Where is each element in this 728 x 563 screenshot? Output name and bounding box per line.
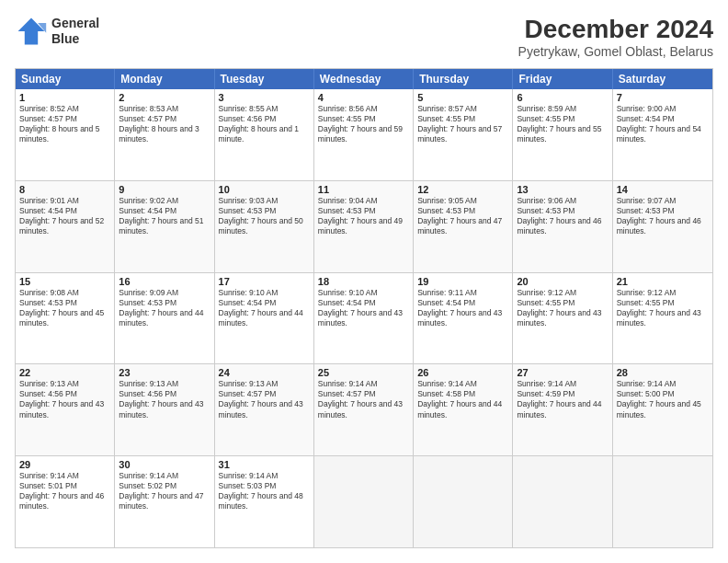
calendar-cell: 15Sunrise: 9:08 AM Sunset: 4:53 PM Dayli…: [16, 273, 115, 364]
day-number: 19: [417, 276, 508, 287]
calendar-cell: 7Sunrise: 9:00 AM Sunset: 4:54 PM Daylig…: [613, 89, 712, 180]
day-number: 29: [19, 459, 110, 470]
day-number: 31: [219, 459, 310, 470]
day-number: 15: [19, 276, 110, 287]
cell-details: Sunrise: 9:05 AM Sunset: 4:53 PM Dayligh…: [417, 196, 508, 236]
cell-details: Sunrise: 9:00 AM Sunset: 4:54 PM Dayligh…: [617, 104, 709, 144]
day-number: 13: [517, 184, 608, 195]
logo-icon: [15, 15, 48, 48]
calendar-cell: 21Sunrise: 9:12 AM Sunset: 4:55 PM Dayli…: [613, 273, 712, 364]
calendar-cell: 22Sunrise: 9:13 AM Sunset: 4:56 PM Dayli…: [16, 364, 115, 455]
day-number: 5: [417, 92, 508, 103]
day-number: 27: [517, 367, 608, 378]
cell-details: Sunrise: 9:01 AM Sunset: 4:54 PM Dayligh…: [19, 196, 110, 236]
calendar-week: 29Sunrise: 9:14 AM Sunset: 5:01 PM Dayli…: [16, 456, 712, 547]
cell-details: Sunrise: 9:14 AM Sunset: 5:03 PM Dayligh…: [219, 471, 310, 511]
day-number: 17: [219, 276, 310, 287]
calendar-cell: 12Sunrise: 9:05 AM Sunset: 4:53 PM Dayli…: [414, 181, 513, 272]
calendar-cell: 20Sunrise: 9:12 AM Sunset: 4:55 PM Dayli…: [513, 273, 612, 364]
day-number: 14: [617, 184, 709, 195]
calendar-cell: 18Sunrise: 9:10 AM Sunset: 4:54 PM Dayli…: [314, 273, 414, 364]
calendar-cell: [513, 456, 612, 547]
calendar-cell: 3Sunrise: 8:55 AM Sunset: 4:56 PM Daylig…: [215, 89, 314, 180]
calendar-cell: 2Sunrise: 8:53 AM Sunset: 4:57 PM Daylig…: [115, 89, 214, 180]
cell-details: Sunrise: 8:53 AM Sunset: 4:57 PM Dayligh…: [119, 104, 210, 144]
calendar-cell: 8Sunrise: 9:01 AM Sunset: 4:54 PM Daylig…: [16, 181, 115, 272]
main-title: December 2024: [518, 15, 713, 44]
cell-details: Sunrise: 9:11 AM Sunset: 4:54 PM Dayligh…: [417, 288, 508, 328]
calendar-cell: [314, 456, 414, 547]
cell-details: Sunrise: 9:12 AM Sunset: 4:55 PM Dayligh…: [617, 288, 709, 328]
calendar-cell: 19Sunrise: 9:11 AM Sunset: 4:54 PM Dayli…: [414, 273, 513, 364]
calendar-cell: 5Sunrise: 8:57 AM Sunset: 4:55 PM Daylig…: [414, 89, 513, 180]
calendar-cell: 24Sunrise: 9:13 AM Sunset: 4:57 PM Dayli…: [215, 364, 314, 455]
page: General Blue December 2024 Pyetrykaw, Go…: [0, 0, 728, 563]
cell-details: Sunrise: 9:10 AM Sunset: 4:54 PM Dayligh…: [219, 288, 310, 328]
cell-details: Sunrise: 9:14 AM Sunset: 4:59 PM Dayligh…: [517, 379, 608, 419]
calendar-cell: [613, 456, 712, 547]
day-number: 21: [617, 276, 709, 287]
cell-details: Sunrise: 9:03 AM Sunset: 4:53 PM Dayligh…: [219, 196, 310, 236]
calendar-cell: 6Sunrise: 8:59 AM Sunset: 4:55 PM Daylig…: [513, 89, 612, 180]
calendar-cell: 26Sunrise: 9:14 AM Sunset: 4:58 PM Dayli…: [414, 364, 513, 455]
day-number: 20: [517, 276, 608, 287]
calendar: SundayMondayTuesdayWednesdayThursdayFrid…: [15, 68, 713, 548]
day-number: 18: [318, 276, 409, 287]
day-number: 16: [119, 276, 210, 287]
cell-details: Sunrise: 9:12 AM Sunset: 4:55 PM Dayligh…: [517, 288, 608, 328]
cell-details: Sunrise: 9:02 AM Sunset: 4:54 PM Dayligh…: [119, 196, 210, 236]
calendar-cell: 25Sunrise: 9:14 AM Sunset: 4:57 PM Dayli…: [314, 364, 414, 455]
calendar-week: 1Sunrise: 8:52 AM Sunset: 4:57 PM Daylig…: [16, 89, 712, 181]
calendar-cell: 14Sunrise: 9:07 AM Sunset: 4:53 PM Dayli…: [613, 181, 712, 272]
calendar-header-day: Thursday: [414, 69, 513, 89]
cell-details: Sunrise: 8:55 AM Sunset: 4:56 PM Dayligh…: [219, 104, 310, 144]
calendar-cell: 31Sunrise: 9:14 AM Sunset: 5:03 PM Dayli…: [215, 456, 314, 547]
calendar-cell: 29Sunrise: 9:14 AM Sunset: 5:01 PM Dayli…: [16, 456, 115, 547]
cell-details: Sunrise: 8:56 AM Sunset: 4:55 PM Dayligh…: [318, 104, 409, 144]
cell-details: Sunrise: 9:13 AM Sunset: 4:57 PM Dayligh…: [219, 379, 310, 419]
cell-details: Sunrise: 9:14 AM Sunset: 5:02 PM Dayligh…: [119, 471, 210, 511]
day-number: 2: [119, 92, 210, 103]
title-section: December 2024 Pyetrykaw, Gomel Oblast, B…: [518, 15, 713, 59]
day-number: 9: [119, 184, 210, 195]
calendar-cell: 4Sunrise: 8:56 AM Sunset: 4:55 PM Daylig…: [314, 89, 414, 180]
calendar-header-day: Sunday: [16, 69, 115, 89]
calendar-cell: 27Sunrise: 9:14 AM Sunset: 4:59 PM Dayli…: [513, 364, 612, 455]
calendar-cell: 10Sunrise: 9:03 AM Sunset: 4:53 PM Dayli…: [215, 181, 314, 272]
calendar-header-day: Wednesday: [314, 69, 414, 89]
day-number: 6: [517, 92, 608, 103]
cell-details: Sunrise: 9:14 AM Sunset: 4:58 PM Dayligh…: [417, 379, 508, 419]
cell-details: Sunrise: 9:14 AM Sunset: 4:57 PM Dayligh…: [318, 379, 409, 419]
header: General Blue December 2024 Pyetrykaw, Go…: [15, 15, 713, 59]
svg-marker-0: [18, 18, 45, 45]
day-number: 1: [19, 92, 110, 103]
day-number: 10: [219, 184, 310, 195]
calendar-cell: 9Sunrise: 9:02 AM Sunset: 4:54 PM Daylig…: [115, 181, 214, 272]
cell-details: Sunrise: 9:14 AM Sunset: 5:00 PM Dayligh…: [617, 379, 709, 419]
logo-text: General Blue: [51, 16, 99, 47]
calendar-cell: 28Sunrise: 9:14 AM Sunset: 5:00 PM Dayli…: [613, 364, 712, 455]
calendar-header-day: Saturday: [613, 69, 712, 89]
cell-details: Sunrise: 8:52 AM Sunset: 4:57 PM Dayligh…: [19, 104, 110, 144]
day-number: 30: [119, 459, 210, 470]
day-number: 22: [19, 367, 110, 378]
cell-details: Sunrise: 8:59 AM Sunset: 4:55 PM Dayligh…: [517, 104, 608, 144]
cell-details: Sunrise: 9:13 AM Sunset: 4:56 PM Dayligh…: [19, 379, 110, 419]
subtitle: Pyetrykaw, Gomel Oblast, Belarus: [518, 44, 713, 59]
cell-details: Sunrise: 8:57 AM Sunset: 4:55 PM Dayligh…: [417, 104, 508, 144]
day-number: 11: [318, 184, 409, 195]
day-number: 28: [617, 367, 709, 378]
day-number: 8: [19, 184, 110, 195]
cell-details: Sunrise: 9:13 AM Sunset: 4:56 PM Dayligh…: [119, 379, 210, 419]
calendar-cell: 11Sunrise: 9:04 AM Sunset: 4:53 PM Dayli…: [314, 181, 414, 272]
calendar-week: 8Sunrise: 9:01 AM Sunset: 4:54 PM Daylig…: [16, 181, 712, 273]
calendar-week: 22Sunrise: 9:13 AM Sunset: 4:56 PM Dayli…: [16, 364, 712, 456]
day-number: 25: [318, 367, 409, 378]
day-number: 3: [219, 92, 310, 103]
day-number: 7: [617, 92, 709, 103]
calendar-header-day: Friday: [513, 69, 612, 89]
cell-details: Sunrise: 9:04 AM Sunset: 4:53 PM Dayligh…: [318, 196, 409, 236]
calendar-cell: 16Sunrise: 9:09 AM Sunset: 4:53 PM Dayli…: [115, 273, 214, 364]
cell-details: Sunrise: 9:08 AM Sunset: 4:53 PM Dayligh…: [19, 288, 110, 328]
calendar-cell: 23Sunrise: 9:13 AM Sunset: 4:56 PM Dayli…: [115, 364, 214, 455]
